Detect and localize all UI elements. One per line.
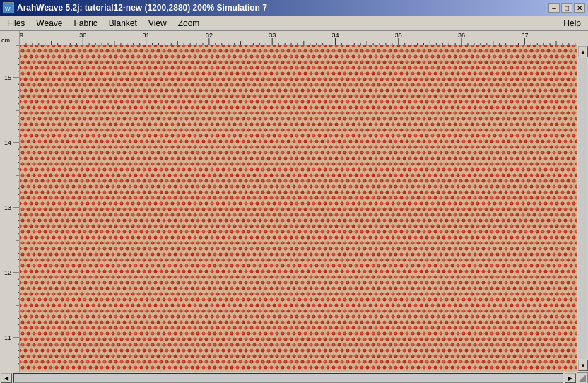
menu-bar: Files Weave Fabric Blanket View Zoom Hel… bbox=[0, 16, 588, 31]
svg-text:30: 30 bbox=[79, 32, 86, 39]
svg-marker-161 bbox=[579, 375, 586, 382]
svg-text:14: 14 bbox=[4, 139, 11, 146]
svg-text:32: 32 bbox=[206, 32, 213, 39]
vertical-scrollbar[interactable]: ▲ ▼ bbox=[577, 45, 588, 372]
svg-text:34: 34 bbox=[331, 32, 339, 39]
minimize-button[interactable]: – bbox=[548, 3, 560, 13]
scroll-left-button[interactable]: ◀ bbox=[1, 373, 12, 383]
v-ruler-svg: 1514131211 bbox=[0, 45, 20, 370]
ruler-corner: cm bbox=[0, 31, 20, 45]
app-icon: W bbox=[3, 2, 14, 13]
svg-text:15: 15 bbox=[4, 74, 11, 81]
scroll-down-button[interactable]: ▼ bbox=[578, 360, 588, 371]
rulers-container: cm 29303132333435363738 bbox=[0, 31, 588, 45]
scroll-track-v bbox=[578, 58, 587, 359]
fabric-viewport[interactable] bbox=[20, 45, 577, 372]
window-title: ArahWeave 5.2j: tutorial12-new (1200,288… bbox=[17, 3, 267, 13]
menu-weave[interactable]: Weave bbox=[30, 17, 68, 30]
scroll-right-button[interactable]: ▶ bbox=[565, 373, 576, 383]
menu-items: Files Weave Fabric Blanket View Zoom bbox=[1, 17, 205, 30]
scroll-up-button[interactable]: ▲ bbox=[578, 46, 588, 57]
svg-text:37: 37 bbox=[521, 32, 528, 39]
window-controls[interactable]: – □ ✕ bbox=[548, 3, 585, 13]
menu-blanket[interactable]: Blanket bbox=[103, 17, 143, 30]
svg-text:35: 35 bbox=[395, 32, 402, 39]
h-ruler-svg: 29303132333435363738 bbox=[20, 31, 577, 45]
title-bar: W ArahWeave 5.2j: tutorial12-new (1200,2… bbox=[0, 0, 588, 16]
svg-text:33: 33 bbox=[269, 32, 276, 39]
menu-zoom[interactable]: Zoom bbox=[172, 17, 206, 30]
fabric-canvas bbox=[20, 45, 577, 372]
main-area: cm 29303132333435363738 1514131211 ▲ ▼ ◀… bbox=[0, 31, 588, 383]
h-scrollbar-track bbox=[13, 373, 563, 383]
maximize-button[interactable]: □ bbox=[561, 3, 572, 13]
close-button[interactable]: ✕ bbox=[574, 3, 585, 13]
menu-view[interactable]: View bbox=[143, 17, 172, 30]
canvas-area: 1514131211 ▲ ▼ bbox=[0, 45, 588, 372]
svg-text:13: 13 bbox=[4, 204, 11, 211]
menu-files[interactable]: Files bbox=[1, 17, 30, 30]
svg-text:11: 11 bbox=[4, 334, 11, 341]
vertical-ruler: 1514131211 bbox=[0, 45, 20, 372]
scroll-corner bbox=[577, 372, 588, 383]
horizontal-ruler: 29303132333435363738 bbox=[20, 31, 577, 45]
menu-fabric[interactable]: Fabric bbox=[68, 17, 102, 30]
help-button[interactable]: Help bbox=[558, 17, 587, 30]
bottom-scrollbar[interactable]: ◀ ▶ bbox=[0, 372, 588, 383]
svg-text:36: 36 bbox=[458, 32, 465, 39]
ruler-unit-label: cm bbox=[1, 37, 10, 44]
svg-text:31: 31 bbox=[143, 32, 150, 39]
svg-text:12: 12 bbox=[4, 269, 11, 276]
svg-text:W: W bbox=[5, 6, 11, 12]
svg-text:29: 29 bbox=[20, 32, 23, 39]
